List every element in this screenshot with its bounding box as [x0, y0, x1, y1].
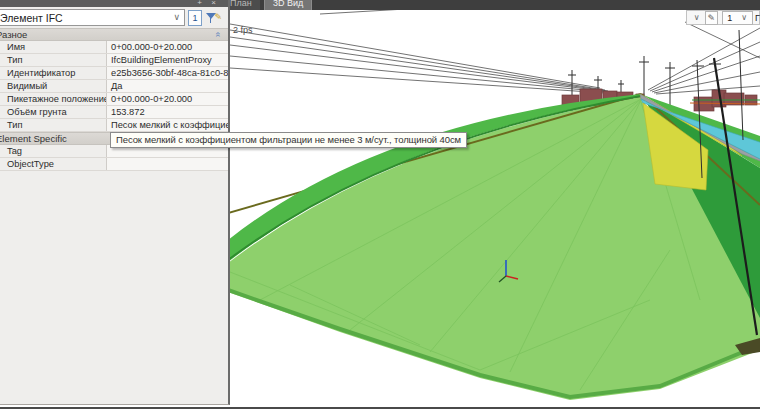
- property-row: ObjectType: [0, 158, 228, 171]
- collapse-icon[interactable]: «: [213, 32, 222, 37]
- close-icon[interactable]: ×: [211, 0, 216, 7]
- property-row: Идентификатор e25b3656-30bf-48ca-81c0-81…: [0, 67, 228, 80]
- pencil-icon: ✎: [214, 12, 222, 22]
- tooltip: Песок мелкий с коэффициентом фильтрации …: [110, 132, 467, 148]
- properties-panel: + × Элемент IFC ∨ 1 ✎ Разное «: [0, 0, 230, 405]
- edit-icon: ✎: [708, 13, 716, 23]
- property-row: Имя 0+00.000-0+20.000: [0, 41, 228, 54]
- property-label: Объём грунта: [0, 106, 106, 118]
- viewport-3d[interactable]: План 3D Вид ∨ ✎ 1 ∨ Г: [230, 0, 760, 407]
- window-bottom-edge: [0, 407, 760, 409]
- property-label: Идентификатор: [0, 67, 106, 79]
- section-title: Разное: [0, 29, 27, 40]
- scale-value: 1: [727, 13, 732, 23]
- selector-row: Элемент IFC ∨ 1 ✎: [0, 7, 228, 28]
- property-label: ObjectType: [0, 158, 106, 170]
- chevron-down-icon: ∨: [741, 13, 747, 22]
- property-value[interactable]: 0+00.000-0+20.000: [106, 93, 228, 105]
- property-value[interactable]: 153.872: [106, 106, 228, 118]
- property-row: Видимый Да: [0, 80, 228, 93]
- viewport-toolbar: ∨ ✎ 1 ∨ Г: [686, 10, 760, 25]
- property-value[interactable]: e25b3656-30bf-48ca-81c0-81...: [106, 67, 228, 79]
- property-label: Имя: [0, 41, 106, 53]
- clipped-control[interactable]: Г: [755, 13, 760, 23]
- property-row: Пикетажное положение 0+00.000-0+20.000: [0, 93, 228, 106]
- scene-canvas[interactable]: [230, 0, 760, 407]
- property-value[interactable]: [106, 158, 228, 170]
- element-type-selector-value: Элемент IFC: [0, 12, 63, 24]
- fps-counter: 2 fps: [233, 25, 253, 35]
- property-value[interactable]: Песок мелкий с коэффициен...: [106, 119, 228, 131]
- view-tabbar: План 3D Вид: [230, 0, 760, 10]
- panel-titlebar[interactable]: + ×: [0, 0, 228, 7]
- tab-3d-view[interactable]: 3D Вид: [264, 0, 312, 10]
- element-type-selector[interactable]: Элемент IFC ∨: [0, 9, 185, 26]
- tab-plan[interactable]: План: [230, 0, 260, 10]
- property-row: Объём грунта 153.872: [0, 106, 228, 119]
- property-label: Пикетажное положение: [0, 93, 106, 105]
- property-row: Тип Песок мелкий с коэффициен...: [0, 119, 228, 132]
- edit-type-button[interactable]: 1: [188, 10, 202, 26]
- property-value[interactable]: Да: [106, 80, 228, 92]
- filter-edit-button[interactable]: ✎: [205, 10, 222, 26]
- section-header-misc[interactable]: Разное «: [0, 28, 228, 41]
- scale-selector[interactable]: 1 ∨: [722, 11, 753, 25]
- property-value[interactable]: 0+00.000-0+20.000: [106, 41, 228, 53]
- chevron-down-icon[interactable]: ∨: [694, 13, 700, 22]
- section-title: Element Specific: [0, 133, 67, 144]
- app-window: + × Элемент IFC ∨ 1 ✎ Разное «: [0, 0, 760, 415]
- property-label: Видимый: [0, 80, 106, 92]
- funnel-stem: [210, 18, 211, 23]
- property-row: Тип IfcBuildingElementProxy: [0, 54, 228, 67]
- power-lines: [230, 0, 760, 94]
- pin-icon[interactable]: +: [197, 0, 202, 7]
- property-label: Tag: [0, 145, 106, 157]
- chevron-down-icon: ∨: [173, 13, 180, 22]
- property-value[interactable]: IfcBuildingElementProxy: [106, 54, 228, 66]
- edit-mode-button[interactable]: ✎: [705, 11, 719, 25]
- property-label: Тип: [0, 119, 106, 131]
- property-label: Тип: [0, 54, 106, 66]
